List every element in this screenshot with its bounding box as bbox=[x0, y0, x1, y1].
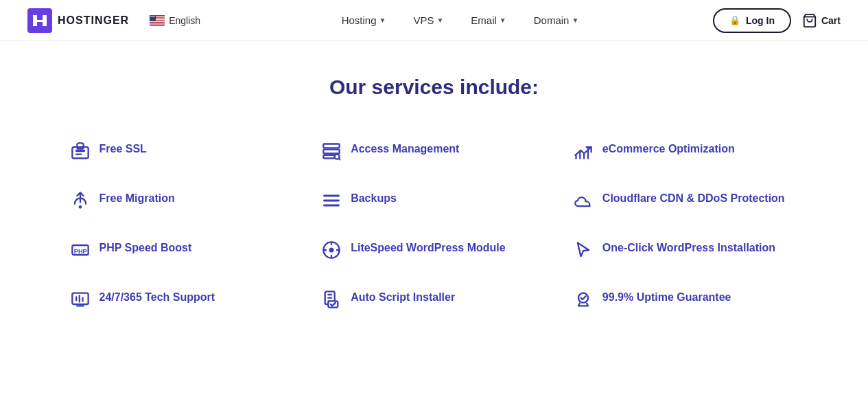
logo-icon bbox=[27, 8, 52, 33]
main-content: Our services include: Free SSL Access Ma… bbox=[0, 41, 868, 365]
service-auto-script-label: Auto Script Installer bbox=[351, 290, 455, 305]
cloudflare-icon bbox=[574, 191, 593, 210]
service-cloudflare-label: Cloudflare CDN & DDoS Protection bbox=[602, 191, 785, 206]
svg-rect-24 bbox=[323, 150, 339, 154]
service-php-speed-label: PHP Speed Boost bbox=[99, 240, 192, 256]
language-label: English bbox=[169, 15, 200, 26]
wordpress-icon bbox=[322, 240, 341, 260]
svg-point-32 bbox=[78, 205, 82, 209]
svg-line-27 bbox=[339, 159, 340, 160]
service-backups-label: Backups bbox=[351, 191, 397, 206]
service-auto-script: Auto Script Installer bbox=[308, 275, 560, 324]
nav-domain[interactable]: Domain ▼ bbox=[523, 9, 590, 32]
svg-point-14 bbox=[151, 16, 152, 17]
language-selector[interactable]: English bbox=[143, 11, 207, 30]
navbar: HOSTINGER English Hosting ▼ bbox=[0, 0, 868, 41]
email-chevron-icon: ▼ bbox=[500, 16, 506, 24]
access-management-icon bbox=[322, 141, 341, 161]
logo-link[interactable]: HOSTINGER bbox=[27, 8, 129, 33]
service-backups: Backups bbox=[308, 176, 560, 225]
service-tech-support: 24/7/365 Tech Support bbox=[57, 275, 309, 324]
svg-point-39 bbox=[329, 248, 334, 253]
backups-icon bbox=[322, 191, 341, 210]
svg-rect-7 bbox=[150, 24, 165, 25]
nav-menu: Hosting ▼ VPS ▼ Email ▼ Domain ▼ bbox=[331, 9, 590, 32]
domain-chevron-icon: ▼ bbox=[572, 16, 578, 24]
service-free-ssl: Free SSL bbox=[57, 126, 309, 176]
nav-hosting[interactable]: Hosting ▼ bbox=[331, 9, 397, 32]
svg-rect-6 bbox=[150, 23, 165, 23]
svg-point-17 bbox=[154, 16, 154, 17]
service-tech-support-label: 24/7/365 Tech Support bbox=[99, 290, 215, 305]
section-title: Our services include: bbox=[55, 76, 813, 99]
ssl-icon bbox=[71, 141, 90, 161]
uptime-icon bbox=[574, 290, 593, 309]
migration-icon bbox=[71, 191, 90, 210]
ecommerce-icon bbox=[574, 141, 593, 161]
service-ecommerce-label: eCommerce Optimization bbox=[602, 141, 735, 157]
us-flag-icon bbox=[150, 15, 165, 26]
svg-rect-23 bbox=[323, 144, 339, 148]
cart-label: Cart bbox=[821, 15, 841, 26]
service-uptime: 99.9% Uptime Guarantee bbox=[560, 275, 812, 324]
svg-rect-21 bbox=[75, 154, 82, 155]
cart-button[interactable]: Cart bbox=[802, 13, 841, 28]
svg-rect-5 bbox=[150, 21, 165, 21]
script-icon bbox=[322, 290, 341, 309]
svg-point-9 bbox=[150, 15, 151, 16]
service-free-migration: Free Migration bbox=[57, 176, 309, 225]
service-php-speed: PHP PHP Speed Boost bbox=[57, 225, 309, 275]
services-grid: Free SSL Access Management eCommerce Op bbox=[57, 126, 812, 324]
nav-right: 🔒 Log In Cart bbox=[713, 8, 841, 33]
service-access-management-label: Access Management bbox=[351, 141, 459, 157]
service-free-ssl-label: Free SSL bbox=[99, 141, 147, 157]
svg-rect-25 bbox=[323, 155, 334, 159]
service-free-migration-label: Free Migration bbox=[99, 191, 175, 206]
service-ecommerce: eCommerce Optimization bbox=[560, 126, 812, 176]
service-cloudflare: Cloudflare CDN & DDoS Protection bbox=[560, 176, 812, 225]
svg-point-13 bbox=[154, 15, 155, 16]
service-uptime-label: 99.9% Uptime Guarantee bbox=[602, 290, 731, 305]
svg-rect-20 bbox=[75, 150, 85, 152]
nav-vps[interactable]: VPS ▼ bbox=[402, 9, 454, 32]
lock-icon: 🔒 bbox=[729, 15, 740, 25]
php-icon: PHP bbox=[71, 240, 90, 260]
service-access-management: Access Management bbox=[308, 126, 560, 176]
service-one-click-wp: One-Click WordPress Installation bbox=[560, 225, 812, 275]
cart-icon bbox=[802, 13, 817, 28]
svg-point-12 bbox=[154, 15, 154, 16]
svg-point-11 bbox=[152, 15, 153, 16]
hosting-chevron-icon: ▼ bbox=[379, 16, 386, 24]
vps-chevron-icon: ▼ bbox=[436, 16, 443, 24]
svg-text:PHP: PHP bbox=[73, 248, 86, 255]
support-icon bbox=[71, 290, 90, 309]
logo-text: HOSTINGER bbox=[58, 14, 129, 27]
svg-point-15 bbox=[152, 16, 152, 17]
nav-email[interactable]: Email ▼ bbox=[460, 9, 517, 32]
login-button[interactable]: 🔒 Log In bbox=[713, 8, 791, 33]
svg-point-16 bbox=[153, 16, 154, 17]
svg-point-10 bbox=[152, 15, 152, 16]
cursor-icon bbox=[574, 240, 593, 260]
service-one-click-wp-label: One-Click WordPress Installation bbox=[602, 240, 775, 256]
service-litespeed: LiteSpeed WordPress Module bbox=[308, 225, 560, 275]
service-litespeed-label: LiteSpeed WordPress Module bbox=[351, 240, 506, 256]
